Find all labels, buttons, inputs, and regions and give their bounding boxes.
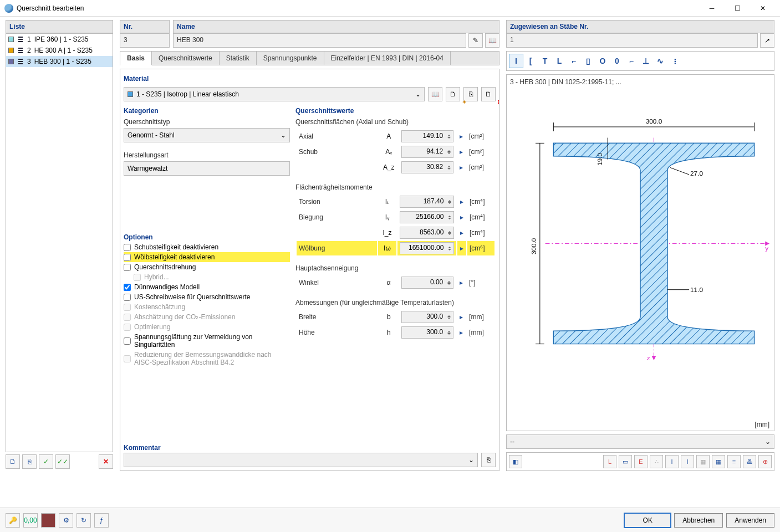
tab-einzelfelder-en-1993-din-2016-04[interactable]: Einzelfelder | EN 1993 | DIN | 2016-04 <box>324 52 451 65</box>
shape-button-10[interactable]: ∿ <box>653 54 667 68</box>
shape-button-1[interactable]: [ <box>523 54 538 68</box>
tab-querschnittswerte[interactable]: Querschnittswerte <box>152 52 220 65</box>
value-input[interactable]: 25166.00 <box>400 211 454 223</box>
name-library-button[interactable]: 📖 <box>485 33 499 48</box>
preview-tool-dims[interactable]: ▭ <box>619 455 632 468</box>
comment-input[interactable]: ⌄ <box>124 453 478 467</box>
value-input[interactable]: 300.0 <box>401 311 453 323</box>
option-row[interactable]: Dünnwandiges Modell <box>124 282 290 292</box>
ok-button[interactable]: OK <box>624 513 671 528</box>
option-checkbox[interactable] <box>124 244 131 251</box>
assigned-input[interactable]: 1 <box>506 33 758 48</box>
value-more-button[interactable]: ▸ <box>457 241 466 255</box>
help-button[interactable]: 🔑 <box>6 513 20 528</box>
units-button[interactable]: 0,00 <box>23 513 38 528</box>
option-checkbox[interactable] <box>124 284 131 291</box>
value-more-button[interactable]: ▸ <box>457 275 466 290</box>
value-input[interactable]: 94.12 <box>401 146 453 158</box>
option-checkbox[interactable] <box>124 294 131 301</box>
option-row[interactable]: Querschnittsdrehung <box>124 262 290 272</box>
preview-tool-grid1[interactable]: ▦ <box>696 455 710 468</box>
option-checkbox[interactable] <box>124 254 131 261</box>
preview-tool-list[interactable]: ≡ <box>727 455 741 468</box>
name-input[interactable]: HEB 300 <box>173 33 466 48</box>
tab-spannungspunkte[interactable]: Spannungspunkte <box>257 52 324 65</box>
list-item[interactable]: 3HEB 300 | 1 - S235 <box>6 56 113 67</box>
list-label: HEB 300 | 1 - S235 <box>34 58 91 65</box>
cancel-button[interactable]: Abbrechen <box>674 513 723 528</box>
preview-tool-values[interactable]: E <box>634 455 648 468</box>
maximize-button[interactable]: ☐ <box>725 0 750 17</box>
value-input[interactable]: 0.00 <box>401 277 453 289</box>
value-input[interactable]: 300.0 <box>401 326 453 339</box>
value-input[interactable]: 187.40 <box>400 196 454 208</box>
shape-button-3[interactable]: L <box>552 54 567 68</box>
preview-tool-target[interactable]: ⊕ <box>758 455 772 468</box>
value-more-button[interactable]: ▸ <box>457 195 466 209</box>
preview-tool-print[interactable]: 🖶 <box>743 455 756 468</box>
option-row[interactable]: Spannungsglättung zur Vermeidung von Sin… <box>124 332 290 350</box>
preview-tool-ibeam2[interactable]: I <box>681 455 694 468</box>
value-more-button[interactable]: ▸ <box>457 210 466 224</box>
shape-button-4[interactable]: ⌐ <box>567 54 581 68</box>
tool-button-3[interactable]: ƒ <box>94 513 109 528</box>
color-button[interactable] <box>41 513 55 528</box>
preview-tool-points[interactable]: ∴ <box>650 455 663 468</box>
close-button[interactable]: ✕ <box>750 0 776 17</box>
value-input[interactable]: 30.82 <box>401 161 453 173</box>
material-library-button[interactable]: 📖 <box>428 87 442 101</box>
tab-basis[interactable]: Basis <box>120 52 152 65</box>
value-more-button[interactable]: ▸ <box>457 129 466 144</box>
minimize-button[interactable]: ─ <box>699 0 725 17</box>
value-more-button[interactable]: ▸ <box>457 145 466 159</box>
option-row[interactable]: US-Schreibweise für Querschnittswerte <box>124 292 290 302</box>
shape-button-11[interactable]: ⫶ <box>667 54 682 68</box>
value-more-button[interactable]: ▸ <box>457 160 466 175</box>
material-select[interactable]: 1 - S235 | Isotrop | Linear elastisch ⌄ <box>124 87 425 101</box>
option-row[interactable]: Schubsteifigkeit deaktivieren <box>124 242 290 252</box>
preview-tool-grid2[interactable]: ▦ <box>712 455 725 468</box>
value-input[interactable]: 149.10 <box>401 130 453 142</box>
preview-dropdown[interactable]: --⌄ <box>506 434 774 449</box>
tab-statistik[interactable]: Statistik <box>220 52 257 65</box>
material-value: 1 - S235 | Isotrop | Linear elastisch <box>136 90 239 98</box>
value-more-button[interactable]: ▸ <box>457 325 466 340</box>
option-row[interactable]: Wölbsteifigkeit deaktivieren <box>124 252 290 262</box>
value-input[interactable]: 1651000.00 <box>400 242 454 254</box>
value-more-button[interactable]: ▸ <box>457 226 466 240</box>
value-input[interactable]: 8563.00 <box>400 227 454 239</box>
type-select[interactable]: Genormt - Stahl⌄ <box>124 128 290 142</box>
list-item[interactable]: 2HE 300 A | 1 - S235 <box>6 45 113 56</box>
preview-tool-1[interactable]: ◧ <box>509 455 522 468</box>
tool-button-2[interactable]: ↻ <box>77 513 91 528</box>
value-more-button[interactable]: ▸ <box>457 310 466 324</box>
preview-tool-axes[interactable]: L <box>603 455 616 468</box>
list-item[interactable]: 1IPE 360 | 1 - S235 <box>6 34 113 45</box>
material-delete-button[interactable]: 🗋 <box>481 87 496 101</box>
new-section-button[interactable]: 🗋 <box>6 454 20 469</box>
shape-button-9[interactable]: ⊥ <box>639 54 653 68</box>
name-edit-button[interactable]: ✎ <box>468 33 483 48</box>
preview-tool-ibeam1[interactable]: I <box>665 455 679 468</box>
assigned-pick-button[interactable]: ↗ <box>760 33 774 48</box>
check-button-1[interactable]: ✓ <box>39 454 53 469</box>
shape-button-5[interactable]: ▯ <box>581 54 595 68</box>
option-checkbox[interactable] <box>124 337 131 345</box>
delete-section-button[interactable]: ✕ <box>99 454 113 469</box>
comment-extra-button[interactable]: ⎘ <box>481 453 496 467</box>
check-button-2[interactable]: ✓✓ <box>55 454 70 469</box>
option-checkbox[interactable] <box>124 264 131 271</box>
option-row: Hybrid... <box>124 272 290 282</box>
ibeam-icon <box>17 58 24 65</box>
tool-button-1[interactable]: ⚙ <box>59 513 73 528</box>
shape-button-0[interactable]: I <box>509 54 523 68</box>
shape-button-8[interactable]: ⌐ <box>624 54 639 68</box>
material-new-button[interactable]: 🗋 <box>446 87 460 101</box>
shape-button-2[interactable]: T <box>538 54 552 68</box>
shape-button-7[interactable]: 0 <box>610 54 624 68</box>
nr-input[interactable]: 3 <box>120 33 170 48</box>
section-list[interactable]: 1IPE 360 | 1 - S2352HE 300 A | 1 - S2353… <box>6 33 113 452</box>
shape-button-6[interactable]: O <box>595 54 610 68</box>
apply-button[interactable]: Anwenden <box>726 513 774 528</box>
copy-section-button[interactable]: ⎘ <box>22 454 37 469</box>
